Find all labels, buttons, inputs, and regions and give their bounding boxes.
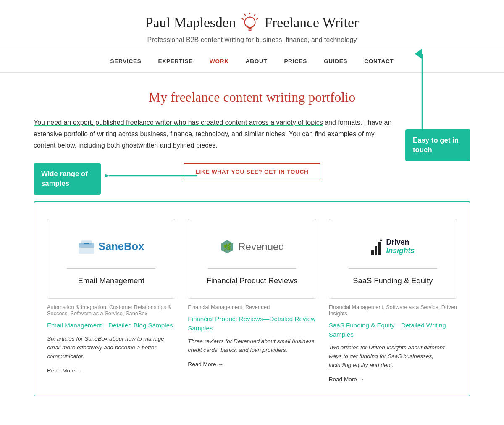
card-desc-2: Three reviews for Revenued about small b…: [188, 337, 316, 354]
portfolio-card-revenued: 🌿 Revenued Financial Product Reviews: [188, 219, 316, 299]
read-more-1[interactable]: Read More →: [47, 367, 83, 374]
arrow-to-wide: [105, 167, 197, 184]
portfolio-card-sanebox: SaneBox Email Management: [47, 219, 175, 299]
revenued-icon: 🌿: [220, 239, 235, 254]
card-link-1[interactable]: Email Management—Detailed Blog Samples: [47, 321, 175, 330]
nav-guides[interactable]: GUIDES: [324, 58, 347, 64]
nav-services[interactable]: SERVICES: [110, 58, 142, 64]
sanebox-box-icon: [78, 239, 95, 254]
card-divider-3: [349, 268, 437, 269]
callout-wide-range: Wide range of samples: [34, 163, 101, 195]
read-more-3[interactable]: Read More →: [329, 376, 365, 383]
driven-logo: Driven Insights: [371, 232, 415, 261]
svg-line-1: [255, 14, 255, 15]
site-tagline: Professional B2B content writing for bus…: [8, 36, 496, 44]
card-title-2: Financial Product Reviews: [207, 275, 298, 286]
portfolio-card-driven: Driven Insights SaaS Funding & Equity: [329, 219, 457, 299]
site-title: Paul Maplesden Freelance Writer: [8, 13, 496, 33]
intro-underlined: You need an expert, published freelance …: [34, 119, 323, 126]
portfolio-column-2: 🌿 Revenued Financial Product Reviews Fin…: [188, 219, 316, 383]
card-desc-1: Six articles for SaneBox about how to ma…: [47, 334, 175, 361]
nav-about[interactable]: ABOUT: [246, 58, 268, 64]
card-meta-2: Financial Management, Revenued: [188, 304, 316, 310]
card-title-1: Email Management: [78, 275, 144, 286]
svg-line-2: [245, 14, 246, 15]
svg-text:🌿: 🌿: [223, 243, 231, 251]
title-left: Paul Maplesden: [145, 15, 236, 31]
nav-prices[interactable]: PRICES: [284, 58, 307, 64]
svg-line-3: [257, 18, 258, 19]
cta-row: Wide range of samples LIKE WHAT YOU SEE?…: [34, 163, 470, 180]
callout-easy-touch: Easy to get in touch: [405, 129, 470, 161]
sanebox-text: SaneBox: [98, 240, 144, 253]
bulb-icon: [240, 13, 260, 33]
card-meta-1: Automation & Integration, Customer Relat…: [47, 304, 175, 317]
portfolio-grid: SaneBox Email Management Automation & In…: [47, 219, 457, 383]
site-header: Paul Maplesden Freelance Writer Professi…: [0, 0, 504, 50]
portfolio-column-3: Driven Insights SaaS Funding & Equity Fi…: [329, 219, 457, 383]
title-right: Freelance Writer: [264, 15, 359, 31]
sanebox-logo: SaneBox: [78, 232, 144, 261]
svg-rect-17: [371, 250, 374, 255]
card-link-2[interactable]: Financial Product Reviews—Detailed Revie…: [188, 314, 316, 333]
card-link-3[interactable]: SaaS Funding & Equity—Detailed Writing S…: [329, 321, 457, 339]
nav-work[interactable]: WORK: [210, 58, 229, 64]
driven-chart-icon: [371, 238, 384, 255]
card-divider-2: [208, 268, 297, 269]
nav-expertise[interactable]: EXPERTISE: [158, 58, 192, 64]
driven-text: Driven Insights: [386, 238, 415, 255]
portfolio-container: SaneBox Email Management Automation & In…: [34, 201, 470, 397]
svg-rect-18: [375, 246, 377, 255]
nav-contact[interactable]: CONTACT: [364, 58, 394, 64]
cta-button[interactable]: LIKE WHAT YOU SEE? GET IN TOUCH: [184, 163, 321, 180]
card-divider-1: [67, 268, 155, 269]
card-desc-3: Two articles for Driven Insights about d…: [329, 343, 457, 370]
revenued-logo: 🌿 Revenued: [220, 232, 284, 261]
svg-rect-14: [81, 241, 92, 244]
svg-line-4: [242, 18, 244, 19]
card-title-3: SaaS Funding & Equity: [353, 275, 433, 286]
portfolio-column-1: SaneBox Email Management Automation & In…: [47, 219, 175, 383]
svg-marker-21: [380, 238, 382, 241]
svg-rect-19: [378, 242, 381, 255]
main-content: My freelance content writing portfolio Y…: [21, 73, 483, 413]
read-more-2[interactable]: Read More →: [188, 361, 223, 367]
svg-point-5: [245, 17, 255, 28]
card-meta-3: Financial Management, Software as a Serv…: [329, 304, 457, 317]
revenued-text: Revenued: [238, 241, 284, 253]
intro-text: You need an expert, published freelance …: [34, 117, 395, 151]
